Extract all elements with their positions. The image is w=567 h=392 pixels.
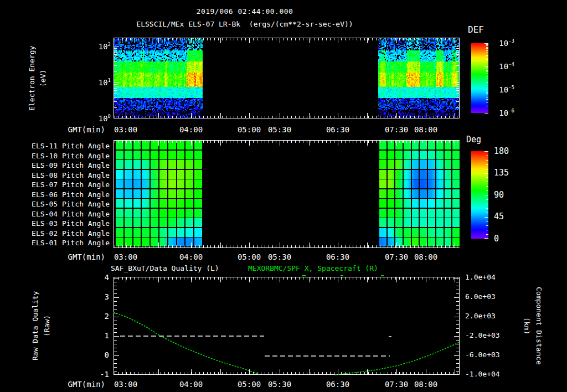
pitch-gridlines xyxy=(115,151,202,159)
pitch-gridlines xyxy=(115,170,202,179)
panel3-right-y-units: (km) xyxy=(523,277,531,375)
cb-tick-label: 0 xyxy=(494,234,499,244)
x-major-tick xyxy=(309,277,310,282)
pitch-row-label: ELS-10 Pitch Angle xyxy=(0,152,110,160)
cb-minor-tick xyxy=(486,208,488,209)
panel3-left-y-units: (Raw) xyxy=(43,277,51,375)
pitch-angle-panel xyxy=(114,140,460,248)
y-minor-tick xyxy=(114,332,117,333)
cb-minor-tick xyxy=(486,47,488,48)
x-major-tick xyxy=(249,243,250,247)
x-major-tick xyxy=(338,38,338,43)
y-minor-tick xyxy=(456,332,459,333)
x-major-tick xyxy=(455,369,455,374)
cb-minor-tick xyxy=(486,199,488,200)
cb-minor-tick xyxy=(486,59,488,60)
cb-minor-tick xyxy=(486,44,488,45)
x-minor-ticks-top xyxy=(115,141,458,143)
y-tick-label: 1.0e+04 xyxy=(465,273,504,281)
x-major-tick xyxy=(396,141,397,146)
y-minor-tick xyxy=(114,101,117,102)
cb-minor-tick xyxy=(486,102,488,102)
x-major-tick xyxy=(367,369,368,374)
y-minor-tick xyxy=(114,313,117,313)
x-major-tick xyxy=(426,38,426,43)
pitch-row xyxy=(378,189,460,198)
x-major-tick xyxy=(126,277,126,282)
y-minor-tick xyxy=(114,94,117,94)
pitch-row xyxy=(115,160,202,169)
pitch-row xyxy=(115,179,202,188)
x-major-tick xyxy=(220,369,221,374)
y-minor-tick xyxy=(456,97,459,97)
cb-minor-tick xyxy=(486,74,488,74)
pitch-row-label: ELS-07 Pitch Angle xyxy=(0,180,110,189)
y-major-tick xyxy=(114,82,119,83)
y-major-tick xyxy=(114,336,119,337)
cb-minor-tick xyxy=(486,95,488,95)
pitch-row xyxy=(378,170,460,179)
y-minor-tick xyxy=(114,363,117,364)
timestamp-title: 2019/006 02:44:00.000 xyxy=(79,7,411,16)
y-minor-tick xyxy=(456,94,459,94)
x-major-tick xyxy=(280,38,280,43)
y-minor-tick xyxy=(456,371,459,372)
cb-minor-tick xyxy=(486,225,488,226)
y-minor-tick xyxy=(114,344,117,344)
pitch-row-label: ELS-06 Pitch Angle xyxy=(0,190,110,199)
pitch-gridlines xyxy=(378,218,460,227)
cb-minor-tick xyxy=(486,177,488,178)
x-minor-ticks-bottom xyxy=(115,372,458,374)
cb-major-tick xyxy=(484,43,488,44)
cb-minor-tick xyxy=(486,68,488,68)
x-major-tick xyxy=(426,243,426,247)
pitch-row xyxy=(115,209,202,218)
y-minor-tick xyxy=(114,305,117,306)
x-major-tick xyxy=(280,369,280,374)
y-major-tick xyxy=(114,278,119,278)
y-minor-tick xyxy=(456,348,459,348)
spectrogram-canvas xyxy=(114,38,459,118)
pitch-gridlines xyxy=(378,199,460,208)
y-tick-label: 10-3 xyxy=(492,38,514,48)
pitch-gridlines xyxy=(115,218,202,227)
y-tick-label: 102 xyxy=(86,42,111,51)
cb-minor-tick xyxy=(486,92,488,92)
y-major-tick xyxy=(454,82,459,83)
x-major-tick xyxy=(220,141,221,146)
y-minor-tick xyxy=(456,301,459,302)
y-minor-tick xyxy=(456,328,459,329)
y-minor-tick xyxy=(114,367,117,368)
y-minor-tick xyxy=(456,321,459,321)
spectrogram-panel xyxy=(114,38,460,118)
y-tick-label: 0 xyxy=(83,350,109,359)
y-minor-tick xyxy=(114,61,117,61)
y-minor-tick xyxy=(456,293,459,294)
pitch-row-label: ELS-01 Pitch Angle xyxy=(0,239,110,247)
pitch-row xyxy=(378,199,460,208)
y-minor-tick xyxy=(114,286,117,286)
cb-minor-tick xyxy=(486,70,488,71)
x-major-tick xyxy=(338,243,338,247)
y-minor-tick xyxy=(114,352,117,352)
cb-major-tick xyxy=(484,238,488,239)
pitch-gridlines xyxy=(378,151,460,159)
pitch-row xyxy=(378,209,460,218)
pitch-row xyxy=(378,179,460,188)
x-major-tick xyxy=(220,38,221,43)
x-tick-label: 07:30 xyxy=(380,380,413,389)
y-minor-tick xyxy=(456,359,459,360)
y-minor-tick xyxy=(456,340,459,341)
y-tick-label: 10-5 xyxy=(492,85,514,94)
y-minor-tick xyxy=(114,50,117,50)
pitch-row xyxy=(115,228,202,237)
x-tick-label: 08:00 xyxy=(409,252,442,261)
pitch-row-label: ELS-03 Pitch Angle xyxy=(0,219,110,228)
x-major-tick xyxy=(191,369,192,374)
pitch-segment xyxy=(378,141,460,247)
cb-minor-tick xyxy=(486,45,488,46)
x-major-tick xyxy=(396,369,397,374)
y-tick-label: 2.0e+03 xyxy=(465,312,504,320)
y-major-tick xyxy=(114,355,119,356)
y-minor-tick xyxy=(114,88,117,89)
